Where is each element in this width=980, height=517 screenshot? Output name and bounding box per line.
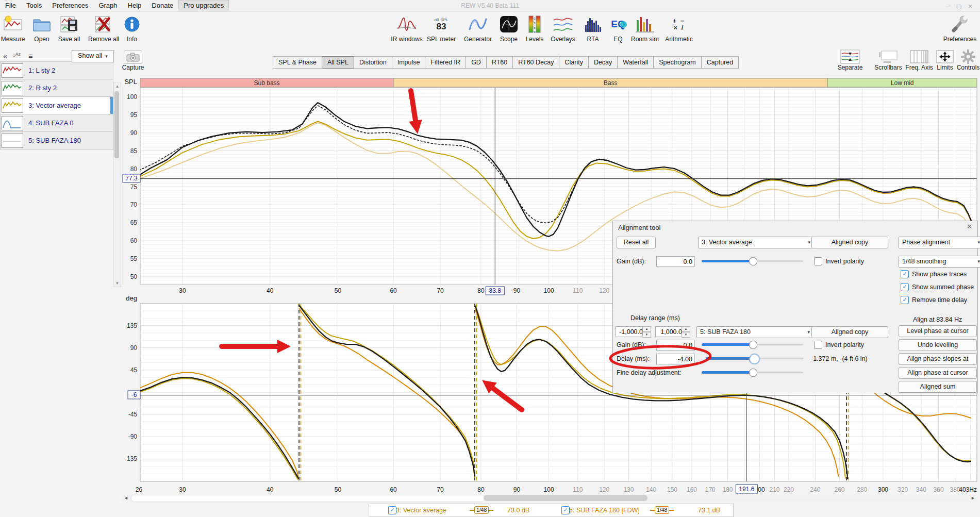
scroll-up-icon[interactable]: ▲ [114,84,121,89]
tab-spectrogram[interactable]: Spectrogram [654,56,702,69]
frequency-scrollbar[interactable]: ◄ ► [122,494,977,502]
svg-text:65: 65 [130,219,138,226]
tab-clarity[interactable]: Clarity [559,56,588,69]
sort-icon[interactable]: ↓ᴬᶻ [12,52,21,59]
fine-delay-slider[interactable] [702,369,803,376]
tab-gd[interactable]: GD [466,56,487,69]
checkbox-label: Remove time delay [912,296,967,304]
svg-text:60: 60 [390,287,397,294]
menu-item-tools[interactable]: Tools [21,0,47,10]
range-max-spinner[interactable]: ▲▼ [682,326,690,337]
delay-distance-readout: -1.372 m, -(4 ft 6 in) [811,355,868,362]
measurement-b-dropdown[interactable]: 5: SUB FAZA 180 ▾ [696,326,813,338]
gain-b-field[interactable] [656,340,695,351]
fine-delay-label: Fine delay adjustment: [617,369,682,376]
delay-slider[interactable] [706,355,804,362]
tab-distortion[interactable]: Distortion [354,56,392,69]
scrollbar-thumb[interactable] [114,91,119,158]
alignment-tool-dialog: Alignment tool ✕ Reset all 3: Vector ave… [612,221,978,393]
toolbar-button-label: Info [110,36,154,43]
menu-item-help[interactable]: Help [123,0,147,10]
measurement-item-4-sub-faza-0[interactable]: 4: SUB FAZA 0 [0,114,113,132]
invert-polarity-a-checkbox[interactable] [814,257,822,265]
menu-item-donate[interactable]: Donate [146,0,178,10]
graph-button-controls[interactable]: Controls [950,49,980,71]
menu-item-graph[interactable]: Graph [93,0,122,10]
scroll-down-icon[interactable]: ▼ [114,281,121,286]
menu-item-preferences[interactable]: Preferences [47,0,93,10]
tab-rt60-decay[interactable]: RT60 Decay [513,56,559,69]
tab-waterfall[interactable]: Waterfall [618,56,654,69]
capture-button[interactable]: Capture [122,51,144,71]
scrollbar-track[interactable] [131,495,485,502]
legend-smoothing-badge[interactable]: 1/48 [470,506,493,514]
checkbox-show-phase-traces[interactable]: ✓ [901,270,909,278]
minimize-button[interactable]: — [942,3,953,9]
measurement-thumbnail [2,81,23,95]
show-all-dropdown[interactable]: Show all▾ [72,50,114,62]
graph-button-separate[interactable]: Separate [832,49,869,71]
slider-handle[interactable] [749,257,757,265]
menu-item-pro-upgrades[interactable]: Pro upgrades [178,0,229,10]
align-at-label: Align at 83.84 Hz [913,316,962,323]
slider-handle[interactable] [749,341,757,349]
button-aligned-sum[interactable]: Aligned sum [899,381,977,393]
legend-checkbox[interactable]: ✓ [388,506,396,514]
range-min-spinner[interactable]: ▲▼ [642,326,651,337]
delay-field[interactable] [656,354,695,364]
button-undo-levelling[interactable]: Undo levelling [899,339,977,351]
measurement-item-5-sub-faza-180[interactable]: 5: SUB FAZA 180 [0,132,113,149]
aligned-copy-b-button[interactable]: Aligned copy [811,326,888,338]
close-button[interactable]: ✕ [965,3,976,10]
gain-a-field[interactable] [656,256,695,267]
delay-range-max-field[interactable] [655,326,685,337]
legend-checkbox[interactable]: ✓ [561,506,570,514]
measurement-a-dropdown[interactable]: 3: Vector average ▾ [698,237,813,248]
tab-decay[interactable]: Decay [589,56,618,69]
scroll-left-icon[interactable]: ◄ [124,495,128,501]
button-align-phase-at-cursor[interactable]: Align phase at cursor [899,367,977,379]
svg-text:360: 360 [934,486,944,493]
slider-handle[interactable] [749,354,760,364]
measurement-item-3-vector-average[interactable]: 3: Vector average [0,97,113,114]
tab-rt60[interactable]: RT60 [487,56,513,69]
button-level-phase-at-cursor[interactable]: Level phase at cursor [899,325,977,337]
reset-all-button[interactable]: Reset all [617,237,656,248]
tab-spl-phase[interactable]: SPL & Phase [273,56,322,69]
maximize-button[interactable]: ▢ [953,3,965,10]
svg-text:9: 9 [534,30,536,34]
button-align-phase-slopes-at-cursor[interactable]: Align phase slopes at cursor [899,353,977,365]
tab-impulse[interactable]: Impulse [392,56,426,69]
svg-text:260: 260 [835,486,845,493]
panel-scrollbar[interactable]: ▲ ▼ [113,82,121,287]
alignment-mode-value: Phase alignment [902,239,950,246]
scrollbar-thumb[interactable] [484,495,647,501]
toolbar-button-arithmetic[interactable]: + −× /Arithmetic [657,13,701,43]
measurement-item-2-r-sty-2[interactable]: 2: R sty 2 [0,79,113,97]
tab-captured[interactable]: Captured [702,56,739,69]
slider-handle[interactable] [749,369,757,377]
legend-smoothing-badge[interactable]: 1/48 [650,506,674,514]
checkbox-remove-time-delay[interactable]: ✓ [901,296,909,304]
hamburger-menu-icon[interactable]: ≡ [28,52,33,60]
alignment-mode-dropdown[interactable]: Phase alignment ▾ [899,237,980,248]
scroll-right-icon[interactable]: ► [971,495,975,501]
trace-legend-bar: ✓3: Vector average1/4873.0 dB✓5: SUB FAZ… [369,504,734,517]
delay-range-min-field[interactable] [616,326,645,337]
invert-polarity-b-checkbox[interactable] [814,341,822,349]
collapse-panel-icon[interactable]: « [3,52,7,60]
close-icon[interactable]: ✕ [967,223,972,230]
svg-text:3: 3 [534,22,536,25]
toolbar-button-info[interactable]: Info [110,13,154,43]
measurement-thumbnail [2,134,23,148]
menu-item-file[interactable]: File [0,0,21,10]
gain-a-slider[interactable] [702,257,803,264]
gain-b-slider[interactable] [702,341,803,348]
aligned-copy-a-button[interactable]: Aligned copy [811,237,888,248]
toolbar-button-preferences[interactable]: Preferences [938,13,980,43]
tab-all-spl[interactable]: All SPL [322,56,354,69]
smoothing-dropdown[interactable]: 1/48 smoothing ▾ [899,256,980,268]
checkbox-show-summed-phase[interactable]: ✓ [901,283,909,291]
tab-filtered-ir[interactable]: Filtered IR [425,56,466,69]
svg-text:170: 170 [705,486,716,493]
